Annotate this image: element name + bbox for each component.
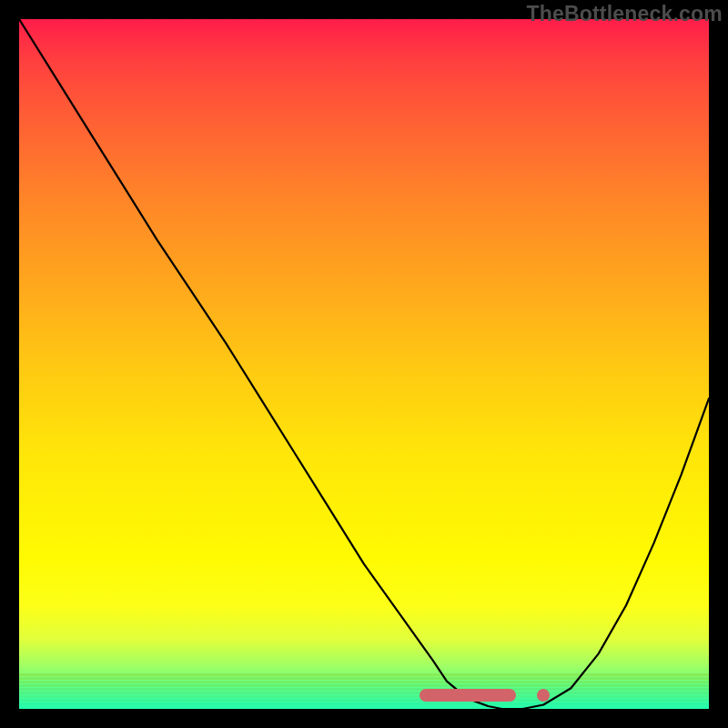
optimal-range-marker bbox=[420, 689, 516, 702]
bottleneck-chart: TheBottleneck.com bbox=[0, 0, 728, 728]
bottleneck-curve bbox=[19, 19, 709, 709]
curve-layer bbox=[19, 19, 709, 709]
plot-area bbox=[19, 19, 709, 709]
watermark-text: TheBottleneck.com bbox=[526, 2, 723, 26]
optimal-point-marker bbox=[537, 689, 550, 702]
